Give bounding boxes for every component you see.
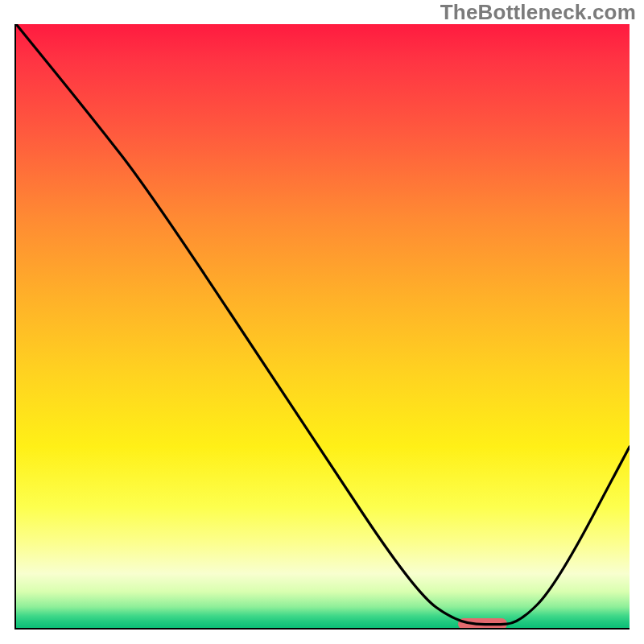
plot-area (14, 24, 630, 630)
watermark: TheBottleneck.com (440, 0, 636, 25)
chart-container: TheBottleneck.com (0, 0, 644, 644)
bottleneck-curve (16, 24, 630, 628)
